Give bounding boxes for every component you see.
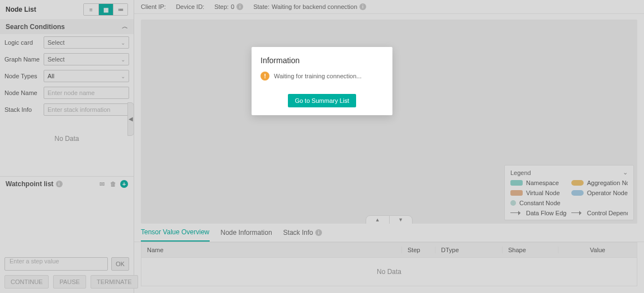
modal-title: Information: [261, 56, 383, 65]
modal-text: Waiting for training connection...: [274, 73, 362, 79]
modal-overlay[interactable]: Information ! Waiting for training conne…: [0, 0, 644, 293]
information-modal: Information ! Waiting for training conne…: [252, 47, 392, 115]
go-to-summary-button[interactable]: Go to Summary List: [288, 94, 356, 107]
app-root: Node List ≡ ▦ ≔ Search Conditions ︿ Logi…: [0, 0, 644, 293]
warning-icon: !: [261, 72, 269, 81]
